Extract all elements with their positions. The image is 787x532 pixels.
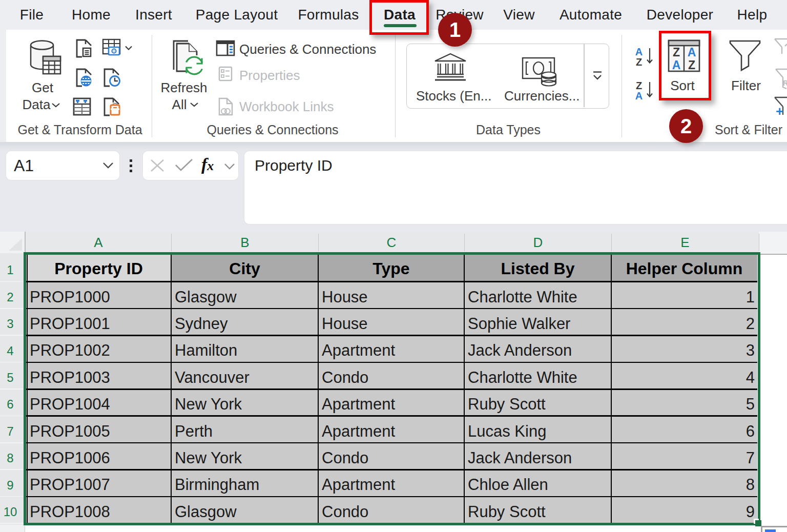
svg-text:A: A [635, 47, 643, 57]
svg-text:Z: Z [636, 81, 642, 91]
svg-text:R: R [783, 79, 787, 87]
svg-text:Z: Z [636, 56, 642, 67]
svg-text:+: + [776, 104, 783, 117]
svg-text:A: A [635, 90, 643, 100]
